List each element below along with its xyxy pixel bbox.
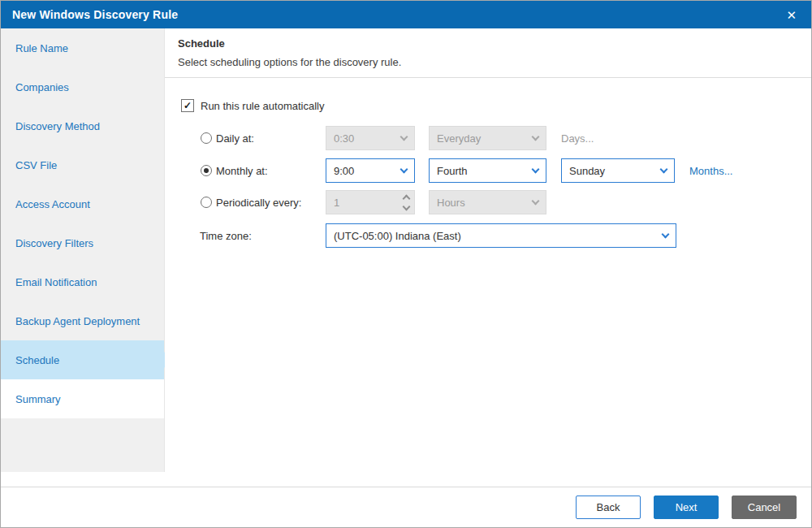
periodic-unit-value: Hours bbox=[437, 197, 465, 209]
periodic-value-spinner: 1 bbox=[326, 190, 415, 214]
daily-label: Daily at: bbox=[216, 132, 254, 145]
chevron-down-icon bbox=[532, 197, 540, 205]
monthly-week-value: Fourth bbox=[437, 165, 468, 177]
monthly-weekday-select[interactable]: Sunday bbox=[561, 158, 675, 183]
sidebar-item-backup-agent-deployment[interactable]: Backup Agent Deployment bbox=[1, 301, 164, 340]
sidebar-item-label: Rule Name bbox=[15, 42, 68, 54]
spinner-up-icon bbox=[399, 192, 413, 202]
sidebar-item-label: Discovery Method bbox=[15, 120, 100, 132]
sidebar-item-access-account[interactable]: Access Account bbox=[1, 184, 164, 223]
step-header: Schedule Select scheduling options for t… bbox=[165, 28, 811, 78]
window-title: New Windows Discovery Rule bbox=[12, 8, 178, 21]
run-automatically-label: Run this rule automatically bbox=[201, 100, 324, 112]
cancel-button[interactable]: Cancel bbox=[732, 496, 797, 519]
sidebar-item-rule-name[interactable]: Rule Name bbox=[1, 28, 164, 67]
daily-day-select: Everyday bbox=[429, 126, 546, 150]
sidebar-item-email-notification[interactable]: Email Notification bbox=[1, 262, 164, 301]
sidebar-item-label: Summary bbox=[15, 393, 61, 405]
chevron-down-icon bbox=[662, 230, 670, 238]
sidebar-item-discovery-filters[interactable]: Discovery Filters bbox=[1, 223, 164, 262]
sidebar-item-summary[interactable]: Summary bbox=[1, 379, 164, 418]
back-button[interactable]: Back bbox=[576, 496, 641, 519]
monthly-radio[interactable] bbox=[201, 165, 212, 176]
new-windows-discovery-rule-dialog: New Windows Discovery Rule ✕ Rule Name C… bbox=[0, 0, 812, 528]
checkbox-check-icon: ✓ bbox=[184, 100, 192, 111]
monthly-row: Monthly at: 9:00 Fourth Sunday Months... bbox=[165, 158, 811, 183]
sidebar-item-companies[interactable]: Companies bbox=[1, 67, 164, 106]
chevron-down-icon bbox=[400, 165, 408, 173]
periodic-radio[interactable] bbox=[201, 197, 212, 208]
chevron-down-icon bbox=[400, 132, 408, 141]
sidebar-item-schedule[interactable]: Schedule bbox=[1, 340, 164, 379]
periodic-value: 1 bbox=[334, 197, 339, 209]
daily-day-value: Everyday bbox=[437, 132, 481, 145]
sidebar-item-discovery-method[interactable]: Discovery Method bbox=[1, 106, 164, 145]
sidebar-item-label: CSV File bbox=[15, 159, 57, 171]
dialog-footer: Back Next Cancel bbox=[1, 487, 811, 527]
run-automatically-row: ✓ Run this rule automatically bbox=[165, 93, 811, 118]
page-subtitle: Select scheduling options for the discov… bbox=[178, 56, 798, 68]
spinner-buttons bbox=[399, 192, 413, 213]
daily-radio[interactable] bbox=[201, 132, 212, 144]
timezone-row: Time zone: (UTC-05:00) Indiana (East) bbox=[165, 223, 811, 248]
monthly-time-select[interactable]: 9:00 bbox=[326, 158, 415, 183]
monthly-label: Monthly at: bbox=[216, 165, 268, 177]
schedule-form: ✓ Run this rule automatically Daily at: … bbox=[165, 78, 811, 487]
monthly-time-value: 9:00 bbox=[334, 165, 354, 177]
chevron-down-icon bbox=[660, 165, 668, 173]
periodic-unit-select: Hours bbox=[429, 190, 546, 214]
spinner-down-icon bbox=[399, 202, 413, 213]
close-icon[interactable]: ✕ bbox=[783, 7, 800, 23]
run-automatically-checkbox[interactable]: ✓ bbox=[181, 99, 194, 112]
titlebar: New Windows Discovery Rule ✕ bbox=[1, 1, 811, 28]
daily-time-select: 0:30 bbox=[326, 126, 415, 150]
sidebar-item-label: Discovery Filters bbox=[15, 237, 93, 249]
monthly-week-select[interactable]: Fourth bbox=[429, 158, 546, 183]
sidebar-item-label: Email Notification bbox=[15, 276, 97, 288]
sidebar-item-label: Backup Agent Deployment bbox=[15, 315, 140, 327]
periodic-row: Periodically every: 1 Hours bbox=[165, 190, 811, 214]
timezone-label: Time zone: bbox=[200, 230, 252, 242]
sidebar-item-label: Access Account bbox=[15, 198, 90, 210]
periodic-label: Periodically every: bbox=[216, 197, 302, 209]
page-title: Schedule bbox=[178, 37, 798, 50]
timezone-value: (UTC-05:00) Indiana (East) bbox=[334, 230, 461, 242]
monthly-weekday-value: Sunday bbox=[569, 165, 605, 177]
months-link[interactable]: Months... bbox=[689, 165, 732, 177]
wizard-steps-sidebar: Rule Name Companies Discovery Method CSV… bbox=[1, 28, 165, 472]
chevron-down-icon bbox=[532, 165, 540, 173]
sidebar-item-csv-file[interactable]: CSV File bbox=[1, 145, 164, 184]
next-button[interactable]: Next bbox=[654, 496, 719, 519]
timezone-select[interactable]: (UTC-05:00) Indiana (East) bbox=[326, 223, 676, 248]
daily-row: Daily at: 0:30 Everyday Days... bbox=[165, 126, 811, 150]
sidebar-item-label: Schedule bbox=[15, 354, 59, 366]
daily-time-value: 0:30 bbox=[334, 132, 354, 145]
days-link: Days... bbox=[561, 132, 594, 145]
chevron-down-icon bbox=[532, 132, 540, 141]
sidebar-item-label: Companies bbox=[15, 81, 69, 93]
